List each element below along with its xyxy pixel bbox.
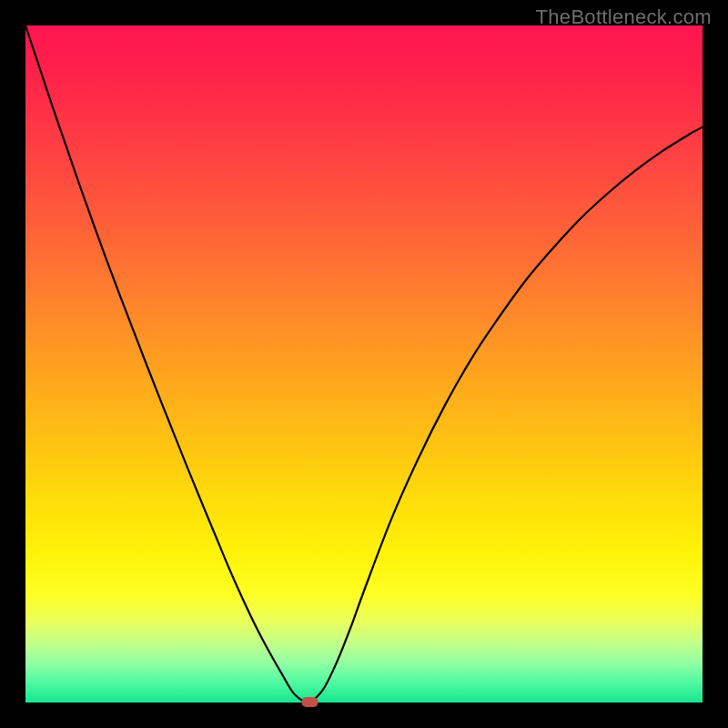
bottleneck-curve — [25, 25, 703, 703]
curve-svg — [25, 25, 703, 703]
watermark-text: TheBottleneck.com — [536, 5, 712, 29]
plot-area — [25, 25, 703, 703]
minimum-marker — [301, 697, 318, 707]
chart-frame: TheBottleneck.com — [0, 0, 728, 728]
